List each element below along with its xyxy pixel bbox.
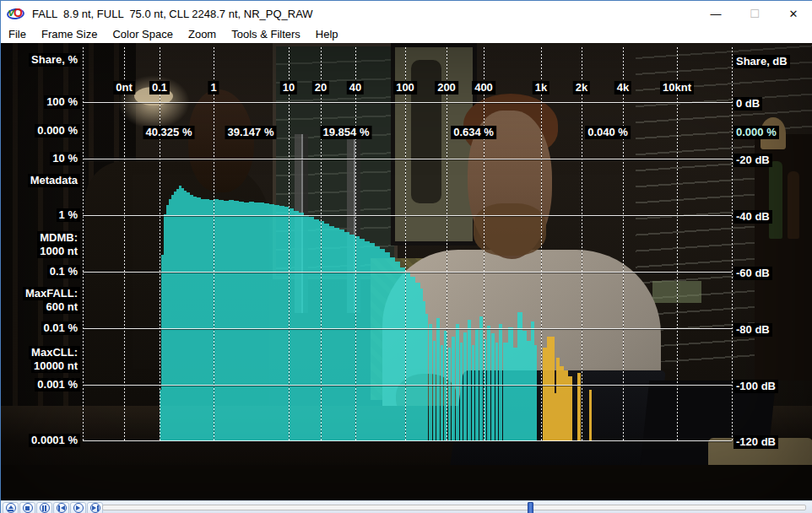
histogram-bar — [429, 324, 432, 441]
play-button[interactable] — [70, 502, 86, 513]
share-percent-tick: 0.01 % — [16, 321, 80, 335]
decade-share-value: 39.147 % — [225, 126, 277, 139]
share-db-tick: 0 dB — [734, 95, 762, 111]
menu-item-zoom[interactable]: Zoom — [181, 26, 224, 43]
play-icon — [76, 505, 80, 510]
video-analysis-stage: Share, %Share, dB0nt0.111020401002004001… — [1, 43, 812, 500]
maximize-button[interactable]: ☐ — [735, 1, 774, 26]
histogram-bar — [499, 324, 502, 441]
metadata-label: Metadata — [28, 174, 80, 187]
decade-share: 40.325 % — [143, 124, 195, 139]
timeline-slider-thumb[interactable] — [528, 502, 533, 513]
histogram-bar-over-mdmb — [577, 373, 581, 441]
menu-item-file[interactable]: File — [1, 26, 34, 43]
share-percent-tick-label: 10 % — [50, 152, 80, 165]
timeline-slider-track[interactable] — [102, 505, 806, 510]
decade-share: 0.040 % — [585, 124, 631, 139]
gridline-horizontal — [83, 385, 732, 386]
axis-tick-label: 400 — [472, 81, 495, 94]
pause-icon — [42, 505, 44, 511]
gridline-vertical — [289, 47, 290, 440]
metadata-1000-nt: 1000 nt — [13, 245, 80, 258]
minimize-button[interactable]: — — [696, 1, 735, 26]
stop-button[interactable] — [19, 502, 35, 513]
decade-share: 39.147 % — [225, 124, 277, 139]
metadata-maxcll: MaxCLL: — [13, 346, 80, 359]
share-percent-tick: 0.001 % — [16, 378, 80, 392]
menu-item-frame-size[interactable]: Frame Size — [34, 26, 105, 43]
close-button[interactable]: ✕ — [774, 1, 812, 26]
gridline-vertical — [623, 47, 624, 440]
metadata-600-nt: 600 nt — [13, 300, 80, 314]
histogram-bar — [495, 343, 498, 441]
share-db-tick-label: -60 dB — [734, 267, 772, 280]
share-db-tick-label: -80 dB — [734, 323, 772, 337]
step-forward-button-circle — [90, 503, 100, 513]
axis-tick-label: 200 — [435, 81, 458, 94]
axis-tick-20: 20 — [312, 79, 329, 94]
metadata-label: 1000 nt — [37, 245, 80, 258]
menu-item-color-space[interactable]: Color Space — [105, 26, 181, 43]
share-percent-tick-label: 0.01 % — [41, 321, 80, 335]
stop-button-circle — [23, 503, 33, 513]
metadata-mdmb: MDMB: — [13, 231, 80, 245]
decade-share-value: 0.000 % — [35, 124, 80, 138]
right-axis-title: Share, dB — [734, 55, 790, 68]
histogram-bar — [491, 333, 495, 441]
decade-share-right-edge: 0.000 % — [734, 124, 779, 139]
share-db-tick: -120 dB — [734, 434, 778, 449]
axis-tick-1k: 1k — [533, 79, 549, 94]
step-back-icon — [61, 505, 65, 510]
histogram-bar — [479, 316, 483, 441]
axis-tick-4k: 4k — [614, 79, 631, 94]
menu-item-help[interactable]: Help — [308, 26, 346, 43]
axis-tick-label: 2k — [573, 81, 590, 94]
histogram-bar — [452, 337, 455, 441]
axis-tick-label: 4k — [614, 81, 631, 94]
menu-bar: FileFrame SizeColor SpaceZoomTools & Fil… — [1, 26, 812, 43]
share-percent-tick-label: 100 % — [44, 95, 80, 109]
share-db-tick: -40 dB — [734, 208, 772, 224]
app-logo-icon: v O — [7, 7, 25, 21]
share-percent-tick: 1 % — [16, 208, 80, 222]
pause-button[interactable] — [36, 502, 52, 513]
metadata-label: MaxCLL: — [29, 346, 80, 359]
step-back-button[interactable] — [53, 502, 69, 513]
axis-tick-1: 1 — [208, 79, 219, 94]
step-forward-button[interactable] — [87, 502, 103, 513]
axis-tick-100: 100 — [393, 79, 417, 94]
gridline-vertical — [677, 47, 678, 440]
gridline-vertical — [732, 47, 733, 440]
axis-tick-label: 0nt — [113, 81, 135, 94]
share-db-tick: -80 dB — [734, 321, 772, 337]
share-percent-tick: 100 % — [16, 95, 80, 109]
share-db-tick-label: 0 dB — [734, 97, 762, 111]
axis-tick-label: 10knt — [660, 81, 694, 94]
share-percent-tick-label: 0.0001 % — [29, 434, 80, 447]
logo-letter-o: O — [14, 6, 23, 19]
axis-tick-0nt: 0nt — [113, 79, 135, 94]
window-title: FALL 8.9 nt, FULL 75.0 nt, CLL 2248.7 nt… — [32, 8, 313, 20]
eject-button[interactable] — [3, 502, 19, 513]
share-db-tick: -20 dB — [734, 152, 772, 167]
decade-share-value: 40.325 % — [143, 126, 195, 139]
step-back-button-circle — [57, 503, 67, 513]
gridline-horizontal — [83, 159, 732, 159]
histogram-bar-over-mdmb — [568, 376, 572, 441]
metadata-10000-nt: 10000 nt — [13, 359, 80, 373]
step-forward-icon — [92, 505, 96, 510]
histogram-bar — [463, 332, 467, 441]
left-axis-title-wrap: Share, % — [16, 53, 80, 67]
gridline-vertical — [160, 47, 160, 440]
gridline-vertical — [355, 47, 356, 440]
gridline-vertical — [83, 47, 84, 440]
metadata-label: MaxFALL: — [23, 287, 80, 300]
histogram-bar — [460, 343, 463, 441]
metadata-label: 10000 nt — [31, 359, 80, 373]
histogram-bar — [487, 326, 490, 441]
histogram-bar-over-mdmb — [589, 390, 592, 441]
menu-item-tools-filters[interactable]: Tools & Filters — [224, 26, 308, 43]
decade-share-left-edge: 0.000 % — [16, 124, 80, 138]
decade-share-value: 0.040 % — [585, 126, 631, 139]
axis-tick-400: 400 — [472, 79, 495, 94]
